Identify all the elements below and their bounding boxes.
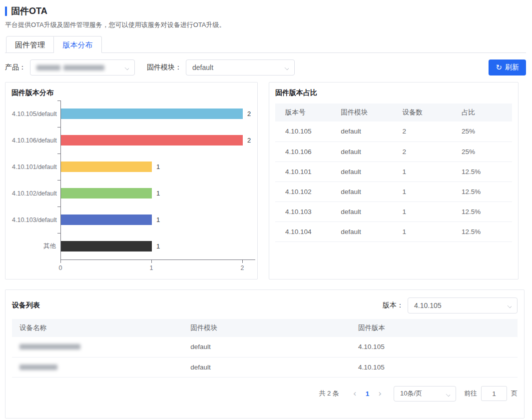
ratio-column-header: 固件模块 bbox=[337, 104, 398, 122]
table-row: 4.10.105default225% bbox=[275, 122, 512, 142]
chevron-down-icon bbox=[285, 66, 289, 70]
y-axis-tick bbox=[57, 206, 61, 207]
ratio-cell-version: 4.10.102 bbox=[275, 182, 337, 202]
device-table: 设备名称固件模块固件版本 default4.10.105default4.10.… bbox=[12, 319, 518, 378]
device-cell-name bbox=[12, 337, 186, 357]
device-list-panel: 设备列表 版本： 4.10.105 设备名称固件模块固件版本 default4.… bbox=[5, 290, 525, 418]
page-suffix-label: 页 bbox=[511, 389, 518, 398]
ratio-cell-percentage: 25% bbox=[458, 142, 512, 162]
chevron-down-icon bbox=[508, 304, 512, 308]
ratio-column-header: 设备数 bbox=[398, 104, 458, 122]
bar-area: 1 bbox=[61, 154, 251, 180]
charts-row: 固件版本分布 4.10.105/default24.10.106/default… bbox=[5, 82, 526, 280]
version-ratio-panel: 固件版本占比 版本号固件模块设备数占比 4.10.105default225%4… bbox=[269, 82, 519, 280]
bar-value-label: 1 bbox=[156, 216, 160, 224]
y-axis-tick bbox=[57, 100, 61, 101]
ratio-cell-module: default bbox=[337, 162, 398, 182]
chart-row: 4.10.105/default2 bbox=[61, 100, 251, 127]
bar[interactable] bbox=[61, 214, 152, 225]
ratio-table-header-row: 版本号固件模块设备数占比 bbox=[275, 104, 512, 122]
bar[interactable] bbox=[61, 162, 152, 172]
bar-category-label: 4.10.105/default bbox=[12, 110, 61, 118]
ratio-cell-module: default bbox=[337, 142, 398, 162]
device-cell-version: 4.10.105 bbox=[354, 337, 518, 357]
page-size-value: 10条/页 bbox=[400, 389, 422, 398]
bar[interactable] bbox=[61, 241, 152, 252]
table-row: default4.10.105 bbox=[12, 337, 518, 357]
ratio-cell-version: 4.10.103 bbox=[275, 202, 337, 222]
device-table-header-row: 设备名称固件模块固件版本 bbox=[12, 319, 518, 337]
device-column-header: 固件模块 bbox=[186, 319, 354, 337]
ratio-cell-percentage: 12.5% bbox=[458, 182, 512, 202]
page-header: 固件OTA bbox=[5, 5, 526, 17]
bar-category-label: 4.10.106/default bbox=[12, 137, 61, 144]
version-filter: 版本： 4.10.105 bbox=[383, 298, 518, 314]
ratio-cell-module: default bbox=[337, 222, 398, 242]
next-page-icon[interactable]: › bbox=[373, 390, 387, 398]
bar-value-label: 1 bbox=[156, 163, 160, 170]
device-cell-version: 4.10.105 bbox=[354, 357, 518, 377]
ratio-cell-version: 4.10.101 bbox=[275, 162, 337, 182]
ratio-cell-device-count: 2 bbox=[398, 122, 458, 142]
page-size-select[interactable]: 10条/页 bbox=[394, 386, 456, 402]
ratio-cell-percentage: 12.5% bbox=[458, 162, 512, 182]
ratio-cell-device-count: 2 bbox=[398, 142, 458, 162]
x-axis-tick bbox=[60, 260, 61, 263]
x-axis-tick bbox=[151, 260, 152, 263]
bar[interactable] bbox=[61, 188, 152, 198]
firmware-module-value: default bbox=[192, 64, 213, 72]
chart-row: 其他1 bbox=[61, 233, 251, 260]
refresh-button[interactable]: ↻ 刷新 bbox=[489, 60, 526, 76]
bar-area: 2 bbox=[61, 100, 251, 127]
table-row: 4.10.102default112.5% bbox=[275, 182, 512, 202]
y-axis-tick bbox=[57, 180, 61, 180]
tab-bar: 固件管理 版本分布 bbox=[5, 36, 526, 53]
bar-category-label: 4.10.103/default bbox=[12, 216, 61, 224]
redacted-product-value bbox=[36, 65, 104, 70]
ratio-cell-version: 4.10.106 bbox=[275, 142, 337, 162]
bar-value-label: 2 bbox=[247, 136, 251, 144]
module-label: 固件模块： bbox=[147, 63, 182, 72]
goto-page-input[interactable] bbox=[481, 386, 507, 401]
device-list-header: 设备列表 版本： 4.10.105 bbox=[12, 298, 518, 314]
device-cell-module: default bbox=[186, 357, 354, 377]
bar-area: 2 bbox=[61, 127, 251, 154]
pagination-total: 共 2 条 bbox=[319, 389, 339, 398]
chart-row: 4.10.101/default1 bbox=[61, 154, 251, 180]
ratio-cell-version: 4.10.105 bbox=[275, 122, 337, 142]
firmware-module-select[interactable]: default bbox=[186, 60, 295, 76]
current-page-number[interactable]: 1 bbox=[362, 390, 374, 398]
ratio-column-header: 版本号 bbox=[275, 104, 337, 122]
chart-row: 4.10.102/default1 bbox=[61, 180, 251, 206]
version-select-value: 4.10.105 bbox=[414, 302, 442, 310]
chart-panel-title: 固件版本分布 bbox=[11, 88, 251, 98]
ratio-cell-percentage: 12.5% bbox=[458, 202, 512, 222]
ratio-cell-device-count: 1 bbox=[398, 202, 458, 222]
goto-page-label: 前往 bbox=[464, 389, 477, 398]
device-cell-module: default bbox=[186, 337, 354, 357]
product-select[interactable] bbox=[30, 60, 135, 76]
version-ratio-table: 版本号固件模块设备数占比 4.10.105default225%4.10.106… bbox=[275, 104, 512, 242]
version-select[interactable]: 4.10.105 bbox=[408, 298, 518, 314]
firmware-version-bar-chart: 4.10.105/default24.10.106/default24.10.1… bbox=[11, 100, 251, 274]
ratio-cell-percentage: 25% bbox=[458, 122, 512, 142]
bar-value-label: 1 bbox=[156, 242, 160, 250]
chart-row: 4.10.103/default1 bbox=[61, 206, 251, 233]
prev-page-icon[interactable]: ‹ bbox=[348, 390, 362, 398]
bar[interactable] bbox=[61, 108, 243, 119]
firmware-ota-page: 固件OTA 平台提供OTA升级及固件管理服务，您可以使用该服务对设备进行OTA升… bbox=[0, 0, 532, 418]
version-distribution-panel: 固件版本分布 4.10.105/default24.10.106/default… bbox=[5, 82, 258, 280]
x-axis-tick-label: 2 bbox=[241, 264, 244, 272]
bar-value-label: 2 bbox=[247, 110, 251, 118]
x-axis-tick bbox=[242, 260, 243, 263]
tab-firmware-management[interactable]: 固件管理 bbox=[6, 36, 54, 53]
chart-row: 4.10.106/default2 bbox=[61, 127, 251, 154]
table-row: 4.10.101default112.5% bbox=[275, 162, 512, 182]
y-axis-tick bbox=[57, 154, 61, 154]
tab-version-distribution[interactable]: 版本分布 bbox=[54, 36, 102, 53]
bar[interactable] bbox=[61, 135, 243, 146]
x-axis-tick-label: 0 bbox=[59, 264, 62, 272]
y-axis-tick bbox=[57, 127, 61, 128]
bar-category-label: 其他 bbox=[12, 242, 61, 250]
filter-toolbar: 产品： 固件模块： default ↻ 刷新 bbox=[5, 60, 526, 76]
